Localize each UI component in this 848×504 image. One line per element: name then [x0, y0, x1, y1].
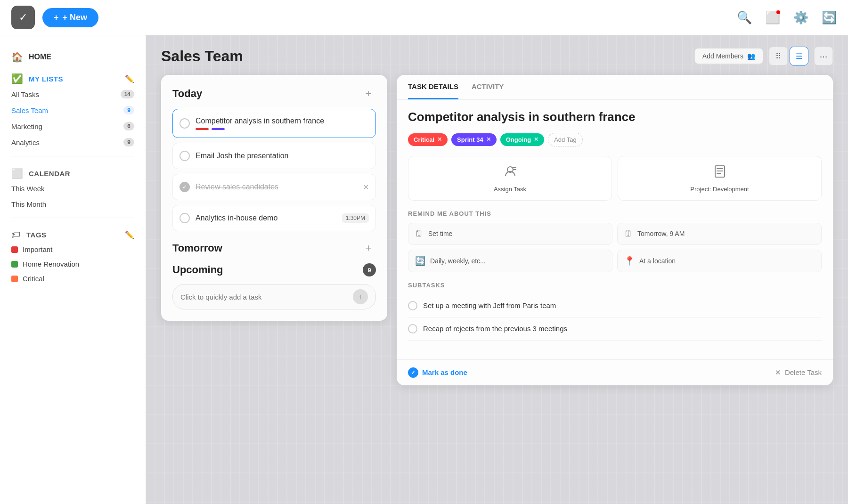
location-label: At a location	[639, 257, 676, 265]
important-label: Important	[23, 245, 52, 253]
person-plus-icon: 👥	[747, 52, 755, 60]
remind-title: REMIND ME ABOUT THIS	[408, 210, 822, 217]
list-item-marketing[interactable]: Marketing 6	[6, 118, 140, 134]
tags-section[interactable]: 🏷 TAGS ✏️	[0, 224, 146, 242]
project-card[interactable]: Project: Development	[618, 156, 822, 201]
tomorrow-add-button[interactable]: +	[361, 241, 376, 256]
view-toggle: ⠿ ☰	[769, 47, 808, 65]
calendar-section[interactable]: ⬜ CALENDAR	[0, 162, 146, 181]
add-tag-label: Add Tag	[554, 136, 576, 143]
mark-done-button[interactable]: ✓ Mark as done	[408, 367, 467, 378]
remind-location[interactable]: 📍 At a location	[617, 250, 822, 272]
calendar-icon: ⬜	[11, 168, 23, 179]
add-members-button[interactable]: Add Members 👥	[694, 48, 763, 64]
tags-icon: 🏷	[11, 229, 21, 240]
subtasks-section: SUBTASKS Set up a meeting with Jeff from…	[408, 282, 822, 341]
tag-ongoing-badge: Ongoing ✕	[500, 133, 544, 146]
content-inner: Sales Team Add Members 👥 ⠿ ☰ ···	[146, 35, 848, 504]
detail-footer: ✓ Mark as done ✕ Delete Task	[397, 359, 833, 385]
analytics-badge: 9	[123, 138, 134, 146]
assign-icon	[503, 164, 518, 182]
task-checkbox-4[interactable]	[179, 213, 190, 223]
remind-tomorrow-9am[interactable]: 🗓 Tomorrow, 9 AM	[617, 223, 822, 245]
grid-view-button[interactable]: ⠿	[769, 47, 788, 65]
sprint-tag-label: Sprint 34	[457, 136, 483, 143]
list-item-sales-team[interactable]: Sales Team 9	[6, 102, 140, 118]
task-checkbox-1[interactable]	[179, 118, 190, 129]
task-checkbox-2[interactable]	[179, 151, 190, 161]
critical-label: Critical	[23, 275, 44, 283]
action-cards: Assign Task Project: Development	[408, 156, 822, 201]
app-logo: ✓	[11, 6, 35, 29]
refresh-icon[interactable]: 🔄	[822, 10, 837, 25]
content-area: Sales Team Add Members 👥 ⠿ ☰ ···	[146, 35, 848, 504]
sprint-tag-close[interactable]: ✕	[486, 136, 491, 143]
task-remove-icon[interactable]: ✕	[363, 183, 369, 192]
task-checkbox-3[interactable]: ✓	[179, 182, 190, 192]
task-content-3: Review sales candidates	[196, 183, 357, 191]
calendar-items: This Week This Month	[0, 181, 146, 212]
this-month-item[interactable]: This Month	[6, 196, 140, 212]
task-name-1: Competitor analysis in southern france	[196, 117, 369, 125]
main-layout: 🏠 HOME ✅ MY LISTS ✏️ All Tasks 14 Sales …	[0, 35, 848, 504]
task-name-3: Review sales candidates	[196, 183, 357, 191]
search-icon[interactable]: 🔍	[737, 10, 752, 25]
my-lists-section[interactable]: ✅ MY LISTS ✏️	[0, 67, 146, 86]
settings-icon[interactable]: ⚙️	[793, 10, 808, 25]
task-item-analytics[interactable]: Analytics in-house demo 1:30PM	[172, 205, 376, 231]
remind-recurring[interactable]: 🔄 Daily, weekly, etc...	[408, 250, 612, 272]
task-item-review[interactable]: ✓ Review sales candidates ✕	[172, 174, 376, 200]
important-dot	[11, 246, 18, 253]
add-task-input[interactable]	[180, 293, 349, 301]
add-tag-button[interactable]: Add Tag	[548, 133, 582, 146]
tags-edit-icon[interactable]: ✏️	[125, 230, 134, 239]
sidebar: 🏠 HOME ✅ MY LISTS ✏️ All Tasks 14 Sales …	[0, 35, 146, 504]
list-item-all-tasks[interactable]: All Tasks 14	[6, 86, 140, 102]
notifications-icon[interactable]: ⬜	[765, 10, 780, 25]
upcoming-badge: 9	[363, 263, 376, 276]
add-task-send-button[interactable]: ↑	[353, 289, 368, 304]
task-item-competitor[interactable]: Competitor analysis in southern france	[172, 109, 376, 138]
task-details-panel: TASK DETAILS ACTIVITY Competitor analysi…	[397, 75, 833, 385]
sidebar-item-home[interactable]: 🏠 HOME	[0, 47, 146, 67]
today-title: Today	[172, 88, 361, 100]
tag-important[interactable]: Important	[11, 242, 134, 257]
task-item-email[interactable]: Email Josh the presentation	[172, 143, 376, 169]
this-month-label: This Month	[11, 200, 134, 208]
today-add-button[interactable]: +	[361, 86, 376, 101]
task-list-panel: Today + Competitor analysis in southern …	[161, 75, 387, 321]
list-view-button[interactable]: ☰	[790, 47, 808, 65]
tags-title: TAGS	[26, 231, 47, 239]
task-tags-1	[196, 128, 369, 130]
subtask-2[interactable]: Recap of rejects from the previous 3 mee…	[408, 317, 822, 341]
tab-activity[interactable]: ACTIVITY	[472, 75, 504, 99]
tomorrow-section-header: Tomorrow +	[172, 241, 376, 256]
more-options-button[interactable]: ···	[814, 47, 833, 65]
assign-task-card[interactable]: Assign Task	[408, 156, 612, 201]
ongoing-tag-close[interactable]: ✕	[534, 136, 538, 143]
plus-icon: +	[54, 13, 59, 23]
tag-sprint-badge: Sprint 34 ✕	[451, 133, 497, 146]
task-content-2: Email Josh the presentation	[196, 152, 369, 160]
delete-task-button[interactable]: ✕ Delete Task	[775, 368, 822, 377]
remind-section: REMIND ME ABOUT THIS 🗓 Set time 🗓 Tomorr…	[408, 210, 822, 272]
this-week-item[interactable]: This Week	[6, 181, 140, 196]
new-button[interactable]: + + New	[42, 8, 98, 27]
tab-task-details[interactable]: TASK DETAILS	[408, 75, 458, 99]
topbar: ✓ + + New 🔍 ⬜ ⚙️ 🔄	[0, 0, 848, 35]
tag-critical[interactable]: Critical	[11, 271, 134, 286]
subtask-checkbox-2[interactable]	[408, 324, 417, 333]
critical-tag-close[interactable]: ✕	[437, 136, 442, 143]
upcoming-section-header: Upcoming 9	[172, 263, 376, 276]
subtask-1[interactable]: Set up a meeting with Jeff from Paris te…	[408, 294, 822, 317]
recurring-label: Daily, weekly, etc...	[430, 257, 486, 265]
remind-set-time[interactable]: 🗓 Set time	[408, 223, 612, 245]
subtask-checkbox-1[interactable]	[408, 301, 417, 310]
assign-task-label: Assign Task	[494, 186, 526, 193]
set-time-label: Set time	[428, 230, 452, 237]
detail-title: Competitor analysis in southern france	[408, 109, 822, 125]
edit-icon[interactable]: ✏️	[125, 74, 134, 83]
list-item-analytics[interactable]: Analytics 9	[6, 134, 140, 150]
tag-home-renovation[interactable]: Home Renovation	[11, 257, 134, 271]
list-items: All Tasks 14 Sales Team 9 Marketing 6 An…	[0, 86, 146, 150]
